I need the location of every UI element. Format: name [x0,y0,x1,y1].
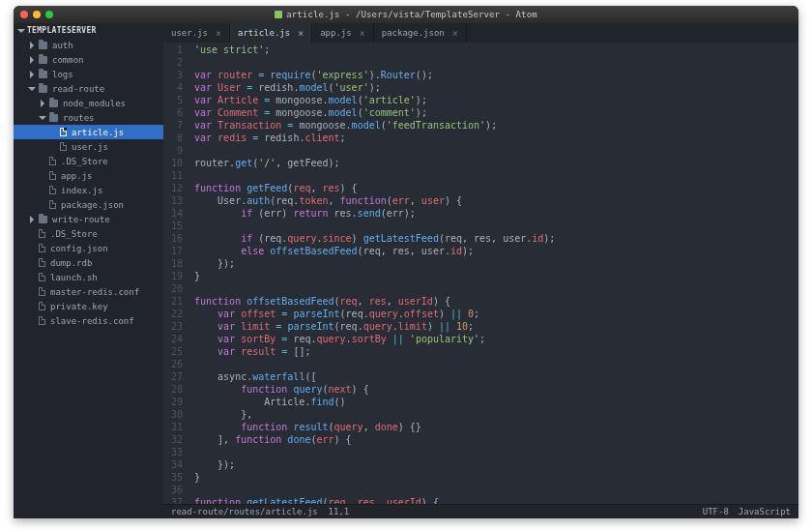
code-line[interactable]: var router = require('express').Router()… [194,69,798,81]
line-number[interactable]: 10 [163,157,183,169]
line-number[interactable]: 33 [163,446,183,458]
close-icon[interactable]: × [452,28,458,39]
titlebar[interactable]: article.js - /Users/vista/TemplateServer… [14,6,798,23]
tree-file[interactable]: slave-redis.conf [14,313,163,328]
code-line[interactable]: var result = []; [194,345,798,358]
code-line[interactable]: } [194,270,798,282]
line-number[interactable]: 36 [163,484,183,496]
line-number[interactable]: 22 [163,308,183,320]
code-line[interactable]: ], function done(err) { [194,433,798,446]
code-line[interactable]: User.auth(req.token, function(err, user)… [194,194,798,207]
disclosure-arrow-icon[interactable] [39,116,46,120]
line-number[interactable]: 8 [163,132,183,144]
tree-file[interactable]: .DS_Store [14,226,163,241]
code-line[interactable] [194,446,798,458]
line-number[interactable]: 31 [163,421,183,433]
code-line[interactable]: if (req.query.since) getLatestFeed(req, … [194,232,798,245]
code-line[interactable] [194,220,798,232]
line-number[interactable]: 15 [163,220,183,232]
line-number[interactable]: 18 [163,257,183,270]
code-area[interactable]: 'use strict'; var router = require('expr… [188,43,798,504]
tree-file[interactable]: user.js [14,139,163,154]
line-number[interactable]: 32 [163,433,183,446]
code-line[interactable]: if (err) return res.send(err); [194,207,798,220]
tree-folder[interactable]: routes [14,110,163,125]
tree-folder[interactable]: common [14,52,163,67]
line-number[interactable]: 11 [163,169,183,182]
project-root[interactable]: TEMPLATESERVER [14,23,163,38]
line-number[interactable]: 20 [163,282,183,295]
tree-file[interactable]: index.js [14,183,163,197]
line-number[interactable]: 26 [163,358,183,370]
code-line[interactable] [194,144,798,157]
tab-bar[interactable]: user.js×article.js×app.js×package.json× [163,23,798,43]
line-number[interactable]: 1 [163,44,183,56]
line-number[interactable]: 3 [163,69,183,81]
tree-file[interactable]: dump.rdb [14,255,163,270]
line-number[interactable]: 16 [163,232,183,245]
tree-file[interactable]: .DS_Store [14,154,163,168]
code-line[interactable]: var Article = mongoose.model('article'); [194,94,798,106]
line-number[interactable]: 29 [163,396,183,408]
line-number[interactable]: 7 [163,119,183,132]
line-number[interactable]: 30 [163,408,183,421]
close-icon[interactable]: × [216,28,221,39]
status-grammar[interactable]: JavaScript [739,507,791,516]
status-file-path[interactable]: read-route/routes/article.js [171,507,318,516]
tree-folder[interactable]: read-route [14,81,163,96]
code-line[interactable]: function query(next) { [194,383,798,396]
code-line[interactable]: var Transaction = mongoose.model('feedTr… [194,119,798,132]
tree-view[interactable]: TEMPLATESERVER authcommonlogsread-routen… [14,23,163,518]
line-number[interactable]: 24 [163,333,183,345]
code-line[interactable]: 'use strict'; [194,44,798,56]
line-number[interactable]: 14 [163,207,183,220]
tree-folder[interactable]: write-route [14,212,163,226]
tree-file[interactable]: private.key [14,299,163,313]
tree-file[interactable]: article.js [14,125,163,139]
code-line[interactable]: }); [194,257,798,270]
code-line[interactable]: function getLatestFeed(req, res, userId)… [194,496,798,504]
code-line[interactable]: }, [194,408,798,421]
disclosure-arrow-icon[interactable] [30,71,34,78]
code-line[interactable]: else offsetBasedFeed(req, res, user.id); [194,245,798,257]
line-number[interactable]: 12 [163,182,183,194]
code-line[interactable]: function getFeed(req, res) { [194,182,798,194]
code-line[interactable] [194,358,798,370]
tree-folder[interactable]: node_modules [14,96,163,110]
code-line[interactable]: Article.find() [194,396,798,408]
code-line[interactable]: var limit = parseInt(req.query.limit) ||… [194,320,798,333]
tree-file[interactable]: app.js [14,168,163,183]
status-bar[interactable]: read-route/routes/article.js 11,1 UTF-8 … [163,504,798,518]
tree-folder[interactable]: auth [14,38,163,52]
tab[interactable]: article.js× [230,23,312,43]
text-editor[interactable]: 1234567891011121314151617181920212223242… [163,43,798,504]
line-number[interactable]: 9 [163,144,183,157]
line-number[interactable]: 23 [163,320,183,333]
tree-file[interactable]: package.json [14,197,163,212]
line-number[interactable]: 2 [163,56,183,69]
code-line[interactable]: router.get('/', getFeed); [194,157,798,169]
close-icon[interactable]: × [360,28,365,39]
tab[interactable]: app.js× [312,23,374,43]
status-encoding[interactable]: UTF-8 [703,507,729,516]
disclosure-arrow-icon[interactable] [30,42,34,49]
status-cursor-position[interactable]: 11,1 [329,507,350,516]
code-line[interactable] [194,56,798,69]
line-number[interactable]: 19 [163,270,183,282]
line-number[interactable]: 34 [163,458,183,471]
code-line[interactable]: var offset = parseInt(req.query.offset) … [194,308,798,320]
code-line[interactable]: var redis = redish.client; [194,132,798,144]
line-number[interactable]: 13 [163,194,183,207]
code-line[interactable]: }); [194,458,798,471]
line-number[interactable]: 28 [163,383,183,396]
tree-folder[interactable]: logs [14,67,163,81]
disclosure-arrow-icon[interactable] [30,216,34,223]
disclosure-arrow-icon[interactable] [41,100,44,107]
tree-file[interactable]: master-redis.conf [14,284,163,299]
code-line[interactable]: async.waterfall([ [194,370,798,383]
code-line[interactable]: var sortBy = req.query.sortBy || 'popula… [194,333,798,345]
close-icon[interactable]: × [298,28,304,39]
line-number[interactable]: 17 [163,245,183,257]
line-number[interactable]: 25 [163,345,183,358]
code-line[interactable]: } [194,471,798,484]
